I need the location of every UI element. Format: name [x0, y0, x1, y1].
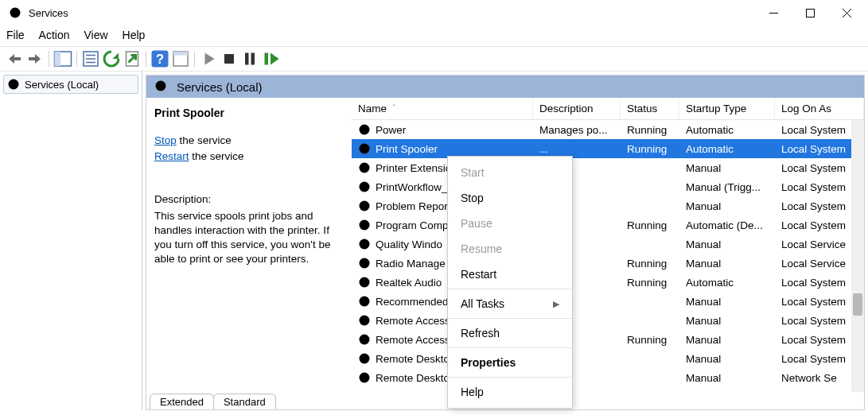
svg-rect-14 [265, 53, 269, 65]
gear-icon [358, 161, 371, 174]
col-startup[interactable]: Startup Type [679, 98, 775, 119]
app-icon [8, 6, 22, 20]
cell-startup: Manual [679, 162, 775, 174]
svg-rect-10 [173, 52, 188, 56]
service-row[interactable]: Remote Access...ManualLocal System [352, 311, 864, 330]
cell-name: Remote Access [376, 315, 450, 327]
cell-startup: Manual (Trigg... [679, 181, 775, 193]
restart-suffix: the service [189, 150, 244, 162]
ctx-all-tasks[interactable]: All Tasks▶ [448, 291, 572, 316]
menu-help[interactable]: Help [123, 29, 146, 41]
restart-link[interactable]: Restart [154, 150, 189, 162]
scrollbar-thumb[interactable] [853, 293, 862, 316]
menu-view[interactable]: View [84, 29, 107, 41]
cell-status: Running [621, 143, 679, 155]
menu-action[interactable]: Action [39, 29, 70, 41]
cell-startup: Automatic (De... [679, 219, 775, 231]
content-title: Services (Local) [177, 80, 263, 94]
gear-icon [358, 238, 371, 250]
cell-name: Recommended [376, 296, 449, 308]
cell-startup: Manual [679, 334, 775, 346]
tab-extended[interactable]: Extended [150, 394, 214, 409]
forward-button[interactable] [25, 49, 45, 68]
service-row[interactable]: Print Spooler...RunningAutomaticLocal Sy… [352, 139, 864, 158]
service-row[interactable]: Radio Manage...RunningManualLocal Servic… [352, 254, 864, 273]
cell-name: Realtek Audio [376, 277, 442, 289]
cell-name: Remote Deskto [376, 372, 450, 384]
maximize-button[interactable] [792, 2, 828, 24]
export-list-button[interactable] [81, 49, 100, 68]
svg-rect-13 [251, 53, 255, 65]
pause-service-button[interactable] [240, 49, 259, 68]
service-row[interactable]: Remote Deskto...ManualLocal System [352, 349, 864, 368]
col-name[interactable]: Name ˆ [352, 98, 533, 119]
back-button[interactable] [5, 49, 24, 68]
cell-startup: Manual [679, 239, 775, 250]
cell-startup: Manual [679, 315, 775, 327]
menu-file[interactable]: File [6, 29, 25, 41]
col-description[interactable]: Description [533, 98, 621, 119]
cell-status: Running [621, 258, 679, 270]
ctx-properties[interactable]: Properties [448, 350, 572, 375]
svg-text:?: ? [156, 52, 164, 66]
close-button[interactable] [828, 2, 865, 24]
services-grid: Name ˆ Description Status Startup Type L… [352, 98, 864, 392]
tree-item-services-local[interactable]: Services (Local) [3, 75, 138, 94]
stop-link[interactable]: Stop [154, 134, 177, 146]
gear-icon [358, 314, 371, 327]
gear-icon [358, 180, 371, 193]
gear-icon [7, 78, 20, 91]
cell-name: PrintWorkflow_ [376, 181, 448, 193]
description-text: This service spools print jobs and handl… [154, 209, 344, 267]
restart-service-button[interactable] [261, 49, 280, 68]
ctx-refresh[interactable]: Refresh [448, 320, 572, 346]
description-label: Description: [154, 192, 344, 207]
gear-icon [358, 200, 371, 212]
export-button[interactable] [123, 49, 142, 68]
show-hide-tree-button[interactable] [53, 49, 72, 68]
sort-indicator-icon: ˆ [393, 104, 395, 113]
cell-startup: Automatic [679, 277, 775, 289]
cell-name: Print Spooler [376, 143, 438, 155]
gear-icon [358, 142, 371, 155]
properties-toolbar-button[interactable] [171, 49, 190, 68]
vertical-scrollbar[interactable] [851, 120, 864, 392]
service-row[interactable]: Realtek Audio...RunningAutomaticLocal Sy… [352, 273, 864, 292]
service-row[interactable]: PowerManages po...RunningAutomaticLocal … [352, 120, 864, 139]
ctx-help[interactable]: Help [448, 379, 572, 405]
service-row[interactable]: Recommended...ManualLocal System [352, 292, 864, 311]
cell-status: Running [621, 124, 679, 136]
service-row[interactable]: Remote DesktoManualNetwork Se [352, 368, 864, 387]
ctx-restart[interactable]: Restart [448, 262, 572, 287]
service-row[interactable]: Printer Extensio...ManualLocal System [352, 158, 864, 177]
gear-icon [358, 257, 371, 270]
col-logon[interactable]: Log On As [775, 98, 864, 119]
minimize-button[interactable] [755, 2, 792, 24]
cell-startup: Manual [679, 353, 775, 365]
service-row[interactable]: PrintWorkflow_...Manual (Trigg...Local S… [352, 177, 864, 196]
service-row[interactable]: Quality WindoManualLocal Service [352, 235, 864, 254]
service-row[interactable]: Remote Access...RunningManualLocal Syste… [352, 330, 864, 349]
gear-icon [358, 295, 371, 308]
menubar: File Action View Help [0, 25, 868, 46]
cell-startup: Manual [679, 296, 775, 308]
refresh-button[interactable] [102, 49, 121, 68]
gear-icon [358, 276, 371, 289]
service-row[interactable]: Program Comp...RunningAutomatic (De...Lo… [352, 215, 864, 235]
cell-desc: Manages po... [533, 124, 621, 136]
service-name-heading: Print Spooler [154, 106, 344, 121]
cell-name: Radio Manage [376, 258, 446, 270]
column-headers: Name ˆ Description Status Startup Type L… [352, 98, 864, 120]
cell-startup: Manual [679, 200, 775, 212]
stop-service-button[interactable] [220, 49, 239, 68]
gear-icon [358, 219, 371, 231]
ctx-start: Start [448, 160, 572, 185]
ctx-stop[interactable]: Stop [448, 185, 572, 211]
tab-standard[interactable]: Standard [213, 394, 276, 409]
start-service-button[interactable] [199, 49, 218, 68]
context-menu: Start Stop Pause Resume Restart All Task… [447, 156, 573, 409]
gear-icon [358, 371, 371, 384]
help-button[interactable]: ? [150, 49, 169, 68]
col-status[interactable]: Status [621, 98, 679, 119]
service-row[interactable]: Problem ReporManualLocal System [352, 196, 864, 215]
